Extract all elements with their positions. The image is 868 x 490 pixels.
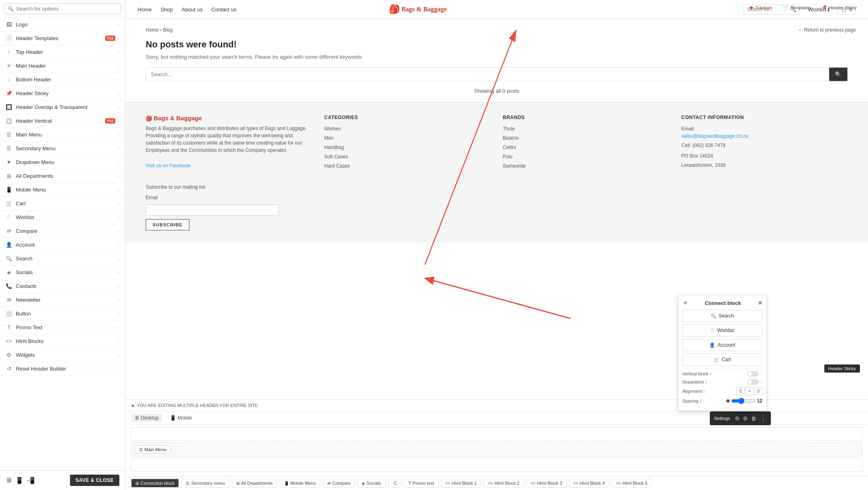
mobile-icon[interactable]: 📲 xyxy=(27,477,35,484)
spacing-slider[interactable] xyxy=(731,398,756,404)
sidebar-item-wishlist[interactable]: ♡ Wishlist › xyxy=(0,211,125,224)
nav-about[interactable]: About us xyxy=(182,6,202,13)
toolbar-item-c[interactable]: C xyxy=(388,479,402,488)
sidebar-item-socials[interactable]: ◈ Socials › xyxy=(0,266,125,279)
nav-shop[interactable]: Shop xyxy=(161,6,173,13)
blog-search-button[interactable]: 🔍 xyxy=(829,68,847,81)
footer-cat-men[interactable]: Men xyxy=(324,134,490,142)
toolbar-item-socials[interactable]: ◈ Socials xyxy=(357,479,385,488)
sidebar-item-secondary-menu[interactable]: ☰ Secondary Menu › xyxy=(0,142,125,156)
connect-search-btn[interactable]: 🔍 Search xyxy=(682,310,762,322)
sidebar-item-reset-header-builder[interactable]: ↺ Reset Header Builder xyxy=(0,362,125,376)
sidebar-item-contacts[interactable]: 📞 Contacts › xyxy=(0,279,125,293)
toolbar-item-label: Secondary menu xyxy=(191,481,225,486)
templates-button[interactable]: 📄 Templates xyxy=(779,3,814,12)
vertical-block-toggle: ○ xyxy=(747,371,762,377)
connect-wishlist-btn[interactable]: ♡ Wishlist xyxy=(682,324,762,337)
main-menu-block-tag[interactable]: ☰ Main Menu xyxy=(135,445,171,454)
connect-account-btn[interactable]: 👤 Account xyxy=(682,339,762,351)
settings-config-icon[interactable]: ⚙ xyxy=(743,415,748,422)
header-sticky-button[interactable]: 📌 Header Sticky xyxy=(818,3,860,12)
toolbar-item-secondary-menu[interactable]: ☰ Secondary menu xyxy=(181,479,229,488)
toolbar-item-connection-block[interactable]: ⊞ Connection block xyxy=(131,479,179,488)
sidebar-item-label: Promo Text xyxy=(16,324,118,330)
sidebar-item-top-header[interactable]: ↑ Top Header › xyxy=(0,45,125,59)
sidebar-item-widgets[interactable]: ⚙ Widgets › xyxy=(0,348,125,362)
align-center-btn[interactable]: ≡ xyxy=(745,387,753,395)
footer-brand-beatnix[interactable]: Beatnix xyxy=(503,134,669,142)
sidebar-item-cart[interactable]: 🛒 Cart › xyxy=(0,197,125,211)
footer-cat-soft[interactable]: Soft Cases xyxy=(324,153,490,160)
sidebar-item-header-templates[interactable]: 📄 Header Templates Hot › xyxy=(0,32,125,45)
desktop-device-btn[interactable]: 🖥 Desktop xyxy=(131,414,162,422)
sidebar-item-account[interactable]: 👤 Account › xyxy=(0,238,125,252)
return-link[interactable]: ← Return to previous page xyxy=(798,27,856,33)
sidebar-item-label: Header Overlap & Transparent xyxy=(16,104,118,110)
sidebar-item-icon: ◈ xyxy=(6,269,12,275)
footer-brand-cellini[interactable]: Cellini xyxy=(503,144,669,151)
footer-email-input[interactable] xyxy=(146,205,279,216)
sidebar-item-main-header[interactable]: ≡ Main Header › xyxy=(0,59,125,73)
breadcrumb-home[interactable]: Home xyxy=(146,27,159,33)
footer-brand-thule[interactable]: Thule xyxy=(503,125,669,132)
chevron-icon: › xyxy=(118,256,119,261)
toolbar-item-html-block-2[interactable]: <> Html Block 2 xyxy=(484,479,524,488)
chevron-icon: › xyxy=(118,187,119,192)
sidebar-item-all-departments[interactable]: ⊞ All Departments › xyxy=(0,169,125,183)
toolbar-item-html-block-3[interactable]: <> Html Block 3 xyxy=(526,479,567,488)
toolbar-item-icon: T xyxy=(408,481,411,486)
settings-delete-icon[interactable]: 🗑 xyxy=(751,415,756,422)
sidebar-item-bottom-header[interactable]: ↓ Bottom Header › xyxy=(0,73,125,87)
site-nav: Home Shop About us Contact us xyxy=(138,6,237,13)
align-right-btn[interactable]: ☰ xyxy=(754,387,762,395)
connect-cart-btn[interactable]: 🛒 Cart xyxy=(682,354,762,366)
toolbar-item-mobile-menu[interactable]: 📱 Mobile Menu xyxy=(280,479,320,488)
sidebar-item-newsletter[interactable]: ✉ Newsletter › xyxy=(0,293,125,307)
save-close-button[interactable]: SAVE & CLOSE xyxy=(70,475,119,486)
mobile-device-btn[interactable]: 📱 Mobile xyxy=(167,414,195,422)
sidebar-item-header-sticky[interactable]: 📌 Header Sticky › xyxy=(0,87,125,100)
footer-cat-women[interactable]: Women xyxy=(324,125,490,132)
footer-brand-polo[interactable]: Polo xyxy=(503,153,669,160)
sidebar-item-logo[interactable]: 🖼 Logo › xyxy=(0,18,125,32)
sidebar-item-header-vertical[interactable]: 📋 Header Vertical Hot › xyxy=(0,114,125,128)
footer-subscribe-button[interactable]: SUBSCRIBE xyxy=(146,219,189,230)
sidebar-item-compare[interactable]: ⇄ Compare › xyxy=(0,224,125,238)
sidebar-item-dropdown-menu[interactable]: ▼ Dropdown Menu › xyxy=(0,156,125,169)
toolbar-item-html-block-1[interactable]: <> Html Block 1 xyxy=(441,479,481,488)
settings-gear-icon[interactable]: ⚙ xyxy=(735,415,740,422)
align-left-btn[interactable]: ☰ xyxy=(736,387,745,395)
footer-brand-samsonite[interactable]: Samsonite xyxy=(503,162,669,170)
toolbar-item-all-departments[interactable]: ⊞ All Departments xyxy=(232,479,277,488)
panel-close-icon[interactable]: ✕ xyxy=(758,300,762,306)
tablet-icon[interactable]: 📱 xyxy=(15,477,23,484)
nav-contact[interactable]: Contact us xyxy=(211,6,236,13)
footer-cat-hard[interactable]: Hard Cases xyxy=(324,162,490,170)
blog-search-input[interactable] xyxy=(146,68,829,81)
builder-row-0 xyxy=(131,427,862,441)
toolbar-item-promo-text[interactable]: T Promo text xyxy=(404,479,438,488)
footer-facebook-link[interactable]: Visit us on Facebook xyxy=(146,162,312,169)
connect-block-panel: ＋ Connect block ✕ 🔍 Search ♡ Wishlist 👤 … xyxy=(678,295,767,411)
toolbar-item-compare[interactable]: ⇄ Compare xyxy=(323,479,355,488)
vertical-block-toggle-dot[interactable] xyxy=(747,371,758,377)
toolbar-item-html-block-4[interactable]: <> Html Block 4 xyxy=(569,479,609,488)
sidebar-item-header-overlap--transparent[interactable]: 🔲 Header Overlap & Transparent › xyxy=(0,100,125,114)
separators-toggle-dot[interactable] xyxy=(747,379,758,385)
toolbar-item-html-block-5[interactable]: <> Html Block 5 xyxy=(612,479,652,488)
sidebar-item-button[interactable]: ⬜ Button › xyxy=(0,307,125,321)
sidebar-item-main-menu[interactable]: ☰ Main Menu › xyxy=(0,128,125,142)
toolbar-item-icon: <> xyxy=(446,481,450,486)
toolbar-item-label: Html Block 3 xyxy=(537,481,562,486)
tutorials-button[interactable]: ▶ Tutorials xyxy=(747,3,776,12)
sidebar-item-html-blocks[interactable]: <> Html Blocks › xyxy=(0,334,125,348)
toolbar-item-icon: ⊞ xyxy=(236,481,240,486)
desktop-icon[interactable]: 🖥 xyxy=(6,477,12,484)
sidebar-item-promo-text[interactable]: T Promo Text › xyxy=(0,321,125,334)
sidebar-search-input[interactable] xyxy=(16,6,117,12)
sidebar-item-search[interactable]: 🔍 Search › xyxy=(0,252,125,266)
footer-cat-handbag[interactable]: Handbag xyxy=(324,144,490,151)
sidebar-item-mobile-menu[interactable]: 📱 Mobile Menu › xyxy=(0,183,125,197)
panel-add-icon[interactable]: ＋ xyxy=(682,299,688,307)
nav-home[interactable]: Home xyxy=(138,6,152,13)
